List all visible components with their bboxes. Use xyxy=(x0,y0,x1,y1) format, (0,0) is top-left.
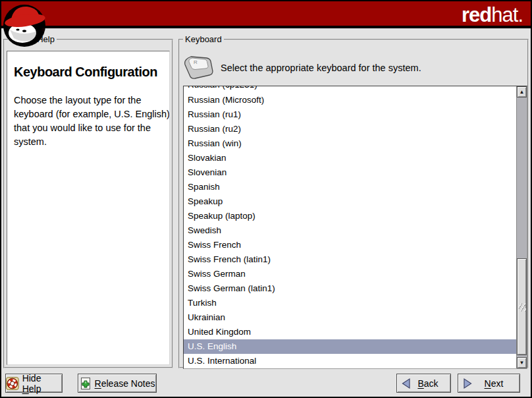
hide-help-button[interactable]: Hide Help xyxy=(5,374,63,393)
hide-help-label: Hide Help xyxy=(22,373,62,394)
top-banner: redhat. xyxy=(1,1,531,28)
release-notes-button[interactable]: Release Notes xyxy=(78,374,157,393)
online-help-frame: Online Help Keyboard Configuration Choos… xyxy=(3,39,173,368)
scrollbar-up-button[interactable]: ▲ xyxy=(517,86,527,98)
list-item-partial[interactable]: Russian (cp1251) xyxy=(184,86,516,93)
wordmark-red: red xyxy=(462,3,491,26)
keyboard-frame: Keyboard R Select the appropriate keyboa… xyxy=(178,39,529,368)
scrollbar-thumb[interactable] xyxy=(517,258,527,355)
keyboard-list-items: Russian (Microsoft)Russian (ru1)Russian … xyxy=(184,93,516,368)
next-arrow-icon xyxy=(462,378,473,389)
keyboard-header: R Select the appropriate keyboard for th… xyxy=(184,53,421,82)
list-scrollbar[interactable]: ▲ ▼ xyxy=(516,86,527,368)
back-button[interactable]: Back xyxy=(396,374,451,393)
list-item[interactable]: Swiss German xyxy=(184,267,516,281)
list-item[interactable]: Speakup (laptop) xyxy=(184,209,516,223)
next-button[interactable]: Next xyxy=(458,374,520,393)
up-arrow-icon: ▲ xyxy=(519,89,525,95)
keyboard-instruction: Select the appropriate keyboard for the … xyxy=(221,63,421,73)
list-item[interactable]: Swiss German (latin1) xyxy=(184,281,516,296)
list-item[interactable]: U.S. International xyxy=(184,354,516,368)
list-item[interactable]: Russian (win) xyxy=(184,136,516,151)
scrollbar-grip-icon xyxy=(519,303,526,312)
keyboard-frame-label: Keyboard xyxy=(183,34,224,45)
svg-text:®: ® xyxy=(41,28,45,32)
list-item[interactable]: Swedish xyxy=(184,223,516,238)
keyboard-list-rows: Russian (cp1251) Russian (Microsoft)Russ… xyxy=(184,86,516,368)
list-item[interactable]: Swiss French xyxy=(184,238,516,252)
help-title: Keyboard Configuration xyxy=(14,65,164,80)
svg-text:R: R xyxy=(194,59,198,65)
wordmark-period: . xyxy=(518,3,523,26)
wordmark-hat: hat xyxy=(491,3,518,26)
list-item[interactable]: United Kingdom xyxy=(184,325,516,339)
scrollbar-down-button[interactable]: ▼ xyxy=(517,357,527,368)
list-item[interactable]: Russian (ru1) xyxy=(184,107,516,122)
release-notes-icon xyxy=(80,377,92,390)
back-arrow-icon xyxy=(401,378,412,389)
down-arrow-icon: ▼ xyxy=(519,360,525,366)
next-label: Next xyxy=(476,378,512,389)
list-item[interactable]: Slovenian xyxy=(184,165,516,180)
release-notes-label: Release Notes xyxy=(95,378,155,389)
list-item[interactable]: Swiss French (latin1) xyxy=(184,252,516,267)
online-help-panel: Keyboard Configuration Choose the layout… xyxy=(7,51,170,365)
list-item[interactable]: Russian (Microsoft) xyxy=(184,93,516,107)
keyboard-list[interactable]: Russian (cp1251) Russian (Microsoft)Russ… xyxy=(183,86,527,369)
keyboard-key-icon: R xyxy=(184,55,214,81)
list-item[interactable]: U.S. English xyxy=(184,339,516,354)
life-buoy-icon xyxy=(6,377,19,390)
help-body-text: Choose the layout type for the keyboard … xyxy=(14,94,170,149)
list-item[interactable]: Russian (ru2) xyxy=(184,122,516,136)
redhat-shadowman-icon: ® xyxy=(2,2,48,48)
back-label: Back xyxy=(415,378,441,389)
redhat-wordmark: redhat. xyxy=(462,3,523,27)
installer-window: redhat. ® Online Help Keyboard Configura… xyxy=(0,0,532,398)
list-item[interactable]: Turkish xyxy=(184,296,516,310)
list-item[interactable]: Speakup xyxy=(184,194,516,209)
list-item[interactable]: Spanish xyxy=(184,180,516,194)
list-item[interactable]: Ukrainian xyxy=(184,310,516,325)
list-item[interactable]: Slovakian xyxy=(184,151,516,165)
